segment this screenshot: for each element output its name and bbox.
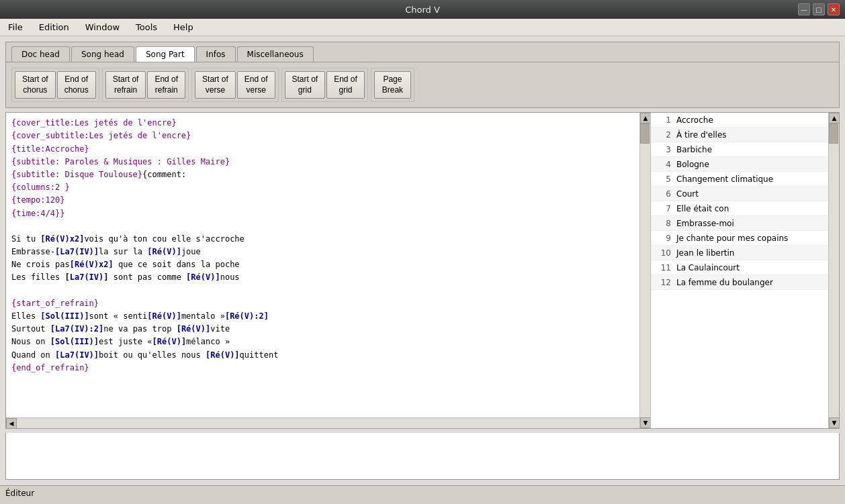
list-item[interactable]: 8Embrasse-moi	[651, 216, 828, 231]
verse-group: Start ofverse End ofverse	[191, 68, 278, 102]
list-label: Bologne	[676, 160, 709, 169]
list-num: 2	[655, 130, 671, 140]
list-scroll-thumb[interactable]	[829, 123, 838, 144]
menu-tools[interactable]: Tools	[132, 21, 161, 34]
content-area: {cover_title:Les jetés de l'encre} {cove…	[5, 112, 840, 429]
list-scroll-up-button[interactable]: ▲	[829, 113, 839, 123]
editor-line: Si tu [Ré(V)x2]vois qu'à ton cou elle s'…	[11, 233, 637, 246]
grid-group: Start ofgrid End ofgrid	[281, 68, 368, 102]
list-label: La Caulaincourt	[676, 263, 740, 272]
scroll-track	[640, 123, 650, 417]
list-num: 7	[655, 204, 671, 213]
menubar: File Edition Window Tools Help	[0, 19, 845, 36]
list-label: Changement climatique	[676, 174, 773, 184]
editor-text[interactable]: {cover_title:Les jetés de l'encre} {cove…	[6, 113, 650, 417]
refrain-group: Start ofrefrain End ofrefrain	[102, 68, 189, 102]
list-num: 5	[655, 174, 671, 184]
list-item[interactable]: 5Changement climatique	[651, 172, 828, 187]
end-chorus-button[interactable]: End ofchorus	[57, 71, 96, 99]
titlebar: Chord V — □ ✕	[0, 0, 845, 19]
tab-song-part[interactable]: Song Part	[136, 46, 195, 62]
menu-window[interactable]: Window	[81, 21, 124, 34]
list-label: Elle était con	[676, 204, 729, 213]
editor-line: {cover_title:Les jetés de l'encre}	[11, 117, 637, 130]
statusbar-text: Éditeur	[5, 489, 34, 498]
menu-help[interactable]: Help	[169, 21, 197, 34]
list-item[interactable]: 11La Caulaincourt	[651, 260, 828, 275]
editor-line: {end_of_refrain}	[11, 362, 637, 374]
tab-infos[interactable]: Infos	[196, 46, 236, 62]
close-button[interactable]: ✕	[828, 3, 840, 15]
list-num: 3	[655, 145, 671, 154]
editor-line: {title:Accroche}	[11, 143, 637, 156]
editor-line: Elles [Sol(III)]sont « senti[Ré(V)]menta…	[11, 310, 637, 323]
pagebreak-group: PageBreak	[371, 68, 414, 102]
end-grid-button[interactable]: End ofgrid	[326, 71, 365, 99]
editor-line	[11, 285, 637, 297]
editor-line: Ne crois pas[Ré(V)x2] que ce soit dans l…	[11, 258, 637, 271]
list-num: 10	[655, 248, 671, 258]
minimize-button[interactable]: —	[798, 3, 810, 15]
main-container: Doc head Song head Song Part Infos Misce…	[0, 36, 845, 485]
end-refrain-button[interactable]: End ofrefrain	[147, 71, 185, 99]
tabs-area: Doc head Song head Song Part Infos Misce…	[5, 42, 840, 62]
tab-doc-head[interactable]: Doc head	[11, 46, 70, 62]
scroll-down-button[interactable]: ▼	[640, 417, 651, 428]
list-num: 9	[655, 234, 671, 243]
list-scroll-track	[829, 123, 838, 417]
start-verse-button[interactable]: Start ofverse	[195, 71, 236, 99]
list-item[interactable]: 12La femme du boulanger	[651, 275, 828, 290]
editor-scrollbar[interactable]: ▲ ▼	[639, 113, 650, 428]
list-label: Jean le libertin	[676, 248, 734, 258]
window-controls: — □ ✕	[798, 3, 840, 15]
editor-line: Embrasse-[La7(IV)]la sur la [Ré(V)]joue	[11, 246, 637, 258]
start-grid-button[interactable]: Start ofgrid	[285, 71, 326, 99]
list-item[interactable]: 9Je chante pour mes copains	[651, 231, 828, 246]
tab-song-head[interactable]: Song head	[71, 46, 134, 62]
h-scroll-track	[17, 419, 639, 428]
editor-line: {time:4/4}}	[11, 207, 637, 220]
part-buttons-row: Start ofchorus End ofchorus Start ofrefr…	[11, 68, 834, 102]
app-title: Chord V	[405, 5, 440, 15]
editor-pane[interactable]: {cover_title:Les jetés de l'encre} {cove…	[6, 113, 651, 428]
list-num: 1	[655, 115, 671, 125]
editor-line: {columns:2 }	[11, 181, 637, 194]
list-item[interactable]: 6Court	[651, 187, 828, 201]
end-verse-button[interactable]: End ofverse	[237, 71, 275, 99]
horizontal-scrollbar[interactable]: ◀ ▶	[6, 417, 650, 428]
statusbar: Éditeur	[0, 485, 845, 504]
song-part-panel: Start ofchorus End ofchorus Start ofrefr…	[5, 62, 840, 108]
menu-file[interactable]: File	[4, 21, 27, 34]
editor-line: {subtitle: Disque Toulouse}{comment:	[11, 168, 637, 181]
page-break-button[interactable]: PageBreak	[374, 71, 411, 99]
list-item[interactable]: 2À tire d'elles	[651, 128, 828, 142]
scroll-thumb[interactable]	[640, 123, 650, 144]
list-label: Court	[676, 189, 699, 199]
editor-line: {cover_subtitle:Les jetés de l'encre}	[11, 130, 637, 142]
list-label: Embrasse-moi	[676, 219, 734, 228]
list-num: 12	[655, 278, 671, 287]
editor-line: Les filles [La7(IV)] sont pas comme [Ré(…	[11, 271, 637, 284]
list-item[interactable]: 4Bologne	[651, 157, 828, 172]
editor-line: Surtout [La7(IV):2]ne va pas trop [Ré(V)…	[11, 323, 637, 336]
maximize-button[interactable]: □	[813, 3, 825, 15]
list-item[interactable]: 3Barbiche	[651, 142, 828, 157]
list-label: La femme du boulanger	[676, 278, 773, 287]
list-num: 11	[655, 263, 671, 272]
start-chorus-button[interactable]: Start ofchorus	[15, 71, 56, 99]
list-item[interactable]: 7Elle était con	[651, 201, 828, 216]
tab-miscellaneous[interactable]: Miscellaneous	[237, 46, 314, 62]
chorus-group: Start ofchorus End ofchorus	[11, 68, 99, 102]
scroll-up-button[interactable]: ▲	[640, 113, 651, 123]
start-refrain-button[interactable]: Start ofrefrain	[105, 71, 146, 99]
bottom-panel	[5, 433, 840, 480]
editor-line: Nous on [Sol(III)]est juste «[Ré(V)]méla…	[11, 336, 637, 348]
list-scroll-down-button[interactable]: ▼	[829, 417, 839, 428]
list-scrollbar[interactable]: ▲ ▼	[828, 113, 839, 428]
scroll-left-button[interactable]: ◀	[6, 418, 17, 429]
list-num: 4	[655, 160, 671, 169]
list-item[interactable]: 10Jean le libertin	[651, 246, 828, 260]
menu-edition[interactable]: Edition	[35, 21, 73, 34]
list-item[interactable]: 1Accroche	[651, 113, 828, 128]
tabs-row: Doc head Song head Song Part Infos Misce…	[11, 46, 834, 62]
